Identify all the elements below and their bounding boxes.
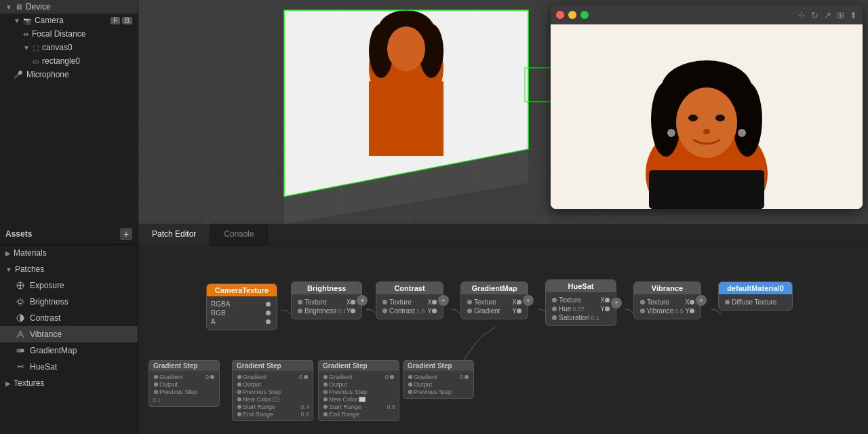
brightness-label: Brightness [30,297,68,307]
tab-patch-editor[interactable]: Patch Editor [138,224,210,245]
port-hs-hue: Hue 0.07 Y [550,305,612,313]
svg-rect-42 [17,349,24,352]
preview-toolbar-icons: ⊹ ↻ ↗ ⊞ ⬆ [798,10,857,20]
sidebar-item-camera[interactable]: ▼ 📷 Camera F B [0,14,138,27]
exposure-icon [15,280,26,291]
refresh-icon[interactable]: ↻ [811,10,818,20]
node-brightness-header: Brightness [292,282,361,294]
window-close-btn[interactable] [556,11,564,19]
patch-canvas[interactable]: CameraTexture RGBA RGB A [138,246,868,434]
node-vibrance[interactable]: Vibrance Texture X Vibrance 0.5 Y [633,281,701,319]
vibrance-icon [15,329,26,340]
export-icon[interactable]: ↗ [824,10,831,20]
preview-content [551,24,863,209]
rectangle-label: rectangle0 [42,56,80,66]
port-v-texture: Texture X [638,298,696,306]
svg-point-22 [387,26,425,71]
badge-b: B [122,17,132,24]
node-camera-texture[interactable]: CameraTexture RGBA RGB A [206,283,277,330]
node-brightness-body: Texture X Brightness 0.1 Y [292,294,361,319]
gradient-node-2-body: Gradient 0 Output Previous Step [233,371,313,420]
tab-bar: Patch Editor Console [138,224,868,246]
rect-icon: ▭ [33,58,39,65]
patch-editor-area: Patch Editor Console [138,224,868,434]
patch-item-gradientmap[interactable]: GradientMap [0,342,138,359]
node-hs-expand[interactable]: + [611,298,622,309]
gradient-node-3-header: Gradient Step [319,361,399,371]
port-brightness-texture: Texture X [296,298,357,306]
node-huesat[interactable]: HueSat Texture X Hue 0.07 Y [545,279,616,326]
arrow-materials: ▶ [5,250,11,257]
gradient-node-1[interactable]: Gradient Step Gradient 0 Output [149,360,220,407]
sidebar-item-focal-distance[interactable]: ⇔ Focal Distance [0,27,138,41]
arrow-patches: ▼ [5,266,12,273]
node-brightness[interactable]: Brightness Texture X Brightness 0.1 [291,281,362,319]
svg-point-32 [676,87,737,158]
textures-label: Textures [14,378,44,388]
port-gm-texture: Texture X [465,298,524,306]
patch-item-exposure[interactable]: Exposure [0,277,138,294]
gradient-node-3[interactable]: Gradient Step Gradient 0 Output [318,360,399,421]
preview-window: ⊹ ↻ ↗ ⊞ ⬆ [551,5,863,209]
tab-console[interactable]: Console [210,224,268,245]
window-maximize-btn[interactable] [580,11,589,19]
brightness-icon [15,296,26,307]
node-brightness-expand[interactable]: + [357,295,368,306]
share-icon[interactable]: ⬆ [850,10,857,20]
sidebar-item-canvas0[interactable]: ▼ ⬚ canvas0 [0,41,138,54]
gradient-node-4-body: Gradient 0 Output Previous Step [403,371,473,398]
sidebar-item-device[interactable]: ▼ 🖥 Device [0,0,138,14]
patches-section[interactable]: ▼ Patches [0,261,138,277]
focal-icon: ⇔ [23,31,28,38]
gradient-node-2-header: Gradient Step [233,361,313,371]
materials-section[interactable]: ▶ Materials [0,245,138,261]
gradient-node-2[interactable]: Gradient Step Gradient 0 Output [232,360,313,421]
node-gm-expand[interactable]: + [523,295,534,306]
grid-icon[interactable]: ⊞ [837,10,844,20]
arrow-device: ▼ [5,3,12,11]
node-contrast-body: Texture X Contrast 1.6 Y [376,294,443,319]
node-camera-texture-body: RGBA RGB A [207,296,277,330]
sidebar-item-microphone[interactable]: 🎤 Microphone [0,68,138,81]
node-default-material[interactable]: defaultMaterial0 Diffuse Texture [718,281,793,311]
cursor-icon[interactable]: ⊹ [798,10,806,20]
svg-point-35 [703,129,710,134]
window-minimize-btn[interactable] [568,11,576,19]
huesat-label: HueSat [30,362,57,372]
microphone-label: Microphone [26,70,69,79]
port-rgba: RGBA [211,300,273,308]
textures-section[interactable]: ▶ Textures [0,375,138,391]
patch-item-contrast[interactable]: Contrast [0,310,138,326]
gradient-node-4[interactable]: Gradient Step Gradient 0 Output [403,360,474,399]
port-contrast-texture: Texture X [380,298,439,306]
arrow-camera: ▼ [14,17,20,24]
node-default-material-header: defaultMaterial0 [719,282,792,294]
node-contrast-header: Contrast [376,282,443,294]
viewport-3d[interactable]: ⊹ ↻ ↗ ⊞ ⬆ [138,0,868,224]
vibrance-label: Vibrance [30,330,62,339]
port-hs-saturation: Saturation 0.1 [550,314,612,321]
port-rgb: RGB [211,309,273,317]
arrow-textures: ▶ [5,380,11,387]
add-asset-button[interactable]: + [120,228,132,240]
svg-rect-18 [369,81,443,156]
sidebar-item-rectangle0[interactable]: ▭ rectangle0 [0,54,138,68]
assets-title: Assets [5,229,120,239]
node-contrast[interactable]: Contrast Texture X Contrast 1.6 Y [376,281,443,319]
gradientmap-label: GradientMap [30,346,77,355]
device-icon: 🖥 [15,3,22,11]
node-contrast-expand[interactable]: + [438,295,449,306]
patch-item-brightness[interactable]: Brightness [0,294,138,310]
node-default-material-body: Diffuse Texture [719,294,792,310]
node-huesat-body: Texture X Hue 0.07 Y [546,292,616,326]
canvas-label: canvas0 [42,43,73,52]
node-v-expand[interactable]: + [696,295,707,306]
patch-item-vibrance[interactable]: Vibrance [0,326,138,342]
patch-item-huesat[interactable]: HueSat [0,359,138,375]
node-gradientmap[interactable]: GradientMap Texture X Gradient Y [460,281,528,319]
port-v-vibrance: Vibrance 0.5 Y [638,307,696,315]
port-brightness-val: Brightness 0.1 Y [296,307,357,315]
huesat-icon [15,361,26,372]
gradient-node-1-body: Gradient 0 Output Previous Step [149,371,219,406]
patches-label: Patches [15,264,44,274]
